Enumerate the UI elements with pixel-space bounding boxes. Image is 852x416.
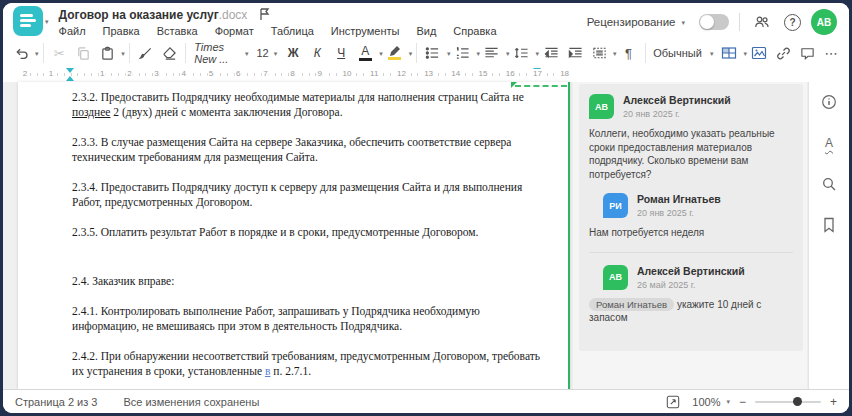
italic-button[interactable]: К: [305, 41, 329, 65]
doc-text-run: техническим требованиям для размещения С…: [72, 151, 318, 163]
left-indent-marker[interactable]: [66, 76, 74, 81]
paste-dropdown[interactable]: ▾: [121, 50, 125, 57]
comment-text: Нам потребуется неделя: [589, 226, 793, 240]
bold-button[interactable]: Ж: [281, 41, 305, 65]
font-size-select[interactable]: 12 ▾: [252, 41, 281, 65]
document-text[interactable]: 2.3.2. Предоставить Подрядчику необходим…: [18, 82, 570, 408]
menu-bar: ФайлПравкаВставкаФорматТаблицаИнструмент…: [59, 25, 497, 37]
ruler-number: 1: [48, 69, 54, 78]
zoom-out-button[interactable]: −: [739, 396, 746, 408]
font-size-value: 12: [256, 47, 268, 59]
underline-button[interactable]: Ч: [329, 41, 353, 65]
comment-reply[interactable]: РИРоман Игнатьев20 янв 2025 г.Нам потреб…: [589, 193, 793, 240]
comment-date: 20 янв 2025 г.: [623, 109, 731, 119]
review-mode-dropdown[interactable]: Рецензирование ▾: [587, 16, 685, 28]
first-line-indent-marker[interactable]: [66, 68, 74, 73]
nonprinting-chars-icon[interactable]: ¶: [617, 41, 641, 65]
fit-to-width-icon[interactable]: [663, 392, 683, 412]
clear-formatting-icon[interactable]: [157, 41, 181, 65]
doc-paragraph[interactable]: 2.3.4. Предоставить Подрядчику доступ к …: [72, 180, 540, 210]
align-left-icon[interactable]: [480, 41, 504, 65]
doc-paragraph[interactable]: 2.4.2. При обнаружении несоответствий тр…: [72, 349, 540, 379]
zoom-slider[interactable]: [755, 401, 821, 403]
doc-paragraph[interactable]: 2.4.1. Контролировать выполнение Работ, …: [72, 304, 540, 334]
align-dropdown[interactable]: ▾: [506, 50, 510, 57]
ruler-number: 12: [396, 69, 407, 78]
copy-icon[interactable]: [71, 41, 95, 65]
doc-text-run: 2.3.5. Оплатить результат Работ в порядк…: [72, 226, 478, 238]
doc-paragraph[interactable]: 2.3.2. Предоставить Подрядчику необходим…: [72, 90, 540, 120]
insert-comment-icon[interactable]: [795, 41, 819, 65]
comments-panel: АВАлексей Вертинский20 янв 2025 г.Коллег…: [573, 82, 807, 390]
info-icon[interactable]: [819, 92, 839, 112]
highlight-color-button[interactable]: [383, 41, 407, 65]
ruler-number: 10: [342, 69, 353, 78]
doc-text-run: 2.3.3. В случае размещения Сайта на серв…: [72, 136, 511, 148]
spellcheck-icon[interactable]: А: [819, 133, 839, 153]
menu-item-вид[interactable]: Вид: [416, 25, 436, 37]
format-painter-icon[interactable]: [133, 41, 157, 65]
help-icon[interactable]: ?: [784, 14, 801, 31]
review-toggle[interactable]: [699, 14, 729, 30]
app-window: ▾ Договор на оказание услуг .docx ФайлПр…: [3, 3, 849, 413]
ruler-number: 11: [369, 69, 379, 78]
collaborators-icon[interactable]: [750, 10, 774, 34]
comment-text: Роман Игнатьев укажите 10 дней с запасом: [589, 298, 793, 325]
favorite-flag-icon[interactable]: [259, 8, 270, 21]
page-indicator[interactable]: Страница 2 из 3: [15, 396, 97, 408]
menu-item-правка[interactable]: Правка: [103, 25, 140, 37]
status-bar: Страница 2 из 3 Все изменения сохранены …: [3, 389, 849, 413]
search-icon[interactable]: [819, 174, 839, 194]
comment-reply[interactable]: АВАлексей Вертинский26 май 2025 г.Роман …: [589, 265, 793, 325]
bullet-list-icon[interactable]: [421, 41, 445, 65]
document-page[interactable]: 2.3.2. Предоставить Подрядчику необходим…: [18, 82, 570, 390]
horizontal-ruler[interactable]: 21123456789101112131415161718: [3, 67, 571, 82]
zoom-slider-handle[interactable]: [793, 397, 802, 406]
ruler-number: 7: [262, 69, 268, 78]
font-color-button[interactable]: А: [353, 41, 377, 65]
doc-paragraph[interactable]: 2.4. Заказчик вправе:: [72, 274, 540, 289]
ruler-number: 4: [181, 69, 187, 78]
numbered-list-icon[interactable]: [450, 41, 474, 65]
zoom-in-button[interactable]: +: [830, 396, 837, 408]
menu-item-формат[interactable]: Формат: [215, 25, 254, 37]
doc-paragraph[interactable]: 2.3.3. В случае размещения Сайта на серв…: [72, 135, 540, 165]
menu-item-справка[interactable]: Справка: [453, 25, 496, 37]
paragraph-style-select[interactable]: Обычный ▾: [649, 41, 717, 65]
user-avatar[interactable]: АВ: [811, 9, 837, 35]
cut-icon[interactable]: ✂: [47, 41, 71, 65]
decrease-indent-icon[interactable]: [539, 41, 563, 65]
comment-divider: [589, 252, 793, 253]
zoom-level-select[interactable]: 100% ▾: [692, 396, 730, 408]
insert-image-icon[interactable]: [747, 41, 771, 65]
bookmark-icon[interactable]: [819, 215, 839, 235]
undo-dropdown[interactable]: ▾: [35, 50, 39, 57]
font-name-select[interactable]: Times New ... ▾: [190, 41, 252, 65]
mention-chip[interactable]: Роман Игнатьев: [589, 298, 674, 311]
ruler-number: 6: [235, 69, 241, 78]
menu-item-таблица[interactable]: Таблица: [271, 25, 314, 37]
app-menu-button[interactable]: ▾: [13, 6, 49, 36]
collaborator-selection-line: [568, 82, 570, 390]
insert-table-icon[interactable]: [717, 41, 741, 65]
menu-item-инструменты[interactable]: Инструменты: [331, 25, 400, 37]
increase-indent-icon[interactable]: [563, 41, 587, 65]
insert-link-icon[interactable]: [771, 41, 795, 65]
menu-item-вставка[interactable]: Вставка: [157, 25, 198, 37]
doc-text-run: п. 2.7.1.: [270, 365, 311, 377]
comment[interactable]: АВАлексей Вертинский20 янв 2025 г.Коллег…: [589, 94, 793, 181]
paste-icon[interactable]: [95, 41, 119, 65]
doc-text-run: 2 (двух) дней с момента заключения Догов…: [110, 106, 342, 118]
doc-paragraph[interactable]: 2.3.5. Оплатить результат Работ в порядк…: [72, 225, 540, 240]
comment-thread[interactable]: АВАлексей Вертинский20 янв 2025 г.Коллег…: [579, 84, 803, 351]
ruler-number: 2: [126, 69, 132, 78]
undo-button[interactable]: [9, 41, 33, 65]
line-spacing-icon[interactable]: [510, 41, 534, 65]
doc-text-run: 2.3.4. Предоставить Подрядчику доступ к …: [72, 181, 522, 193]
more-tools-icon[interactable]: ⋯: [819, 41, 843, 65]
menu-item-файл[interactable]: Файл: [59, 25, 86, 37]
highlight-color-dropdown[interactable]: ▾: [409, 50, 413, 57]
comment-author: Алексей Вертинский: [623, 94, 731, 107]
doc-text-run: их устранения в сроки, установленные: [72, 365, 265, 377]
paragraph-borders-icon[interactable]: [587, 41, 611, 65]
